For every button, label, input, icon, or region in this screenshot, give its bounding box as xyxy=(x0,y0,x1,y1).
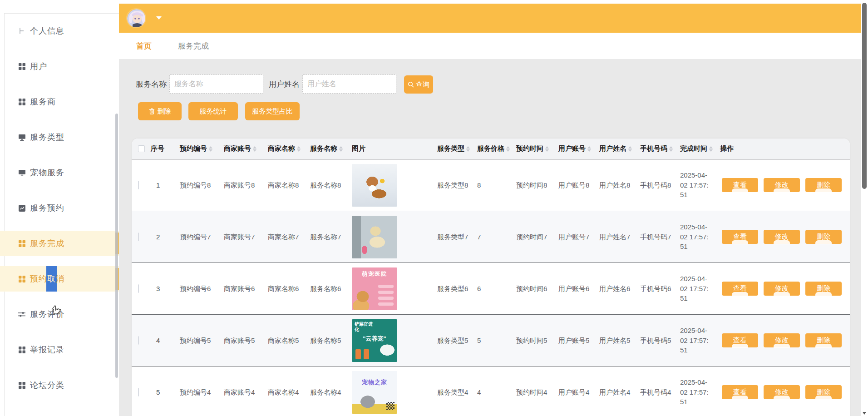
cell-service-type: 服务类型7 xyxy=(434,232,474,242)
cell-finish-time: 2025-04-02 17:57:51 xyxy=(677,377,717,407)
service-name-label: 服务名称 xyxy=(136,79,167,89)
cloud-pet-poster[interactable]: 铲屎官进化"云养宠" xyxy=(352,319,397,362)
view-button[interactable]: 查看 xyxy=(722,230,758,244)
sidebar-item-4[interactable]: 服务类型 xyxy=(0,124,119,150)
sidebar-item-11[interactable]: 论坛分类 xyxy=(0,372,119,398)
filter-row: 服务名称 用户姓名 查询 xyxy=(119,74,861,94)
delete-row-button[interactable]: 删除 xyxy=(805,178,842,192)
scroll-down-arrow-icon[interactable] xyxy=(863,412,866,415)
user-name-input[interactable] xyxy=(302,74,396,94)
sort-caret-icon[interactable] xyxy=(545,146,549,152)
cell-finish-time: 2025-04-02 17:57:51 xyxy=(677,170,717,200)
row-actions: 查看修改删除 xyxy=(720,230,850,244)
row-checkbox[interactable] xyxy=(138,336,139,345)
cell-booking-no: 预约编号7 xyxy=(177,232,221,242)
sort-caret-icon[interactable] xyxy=(709,146,713,152)
sidebar-item-1[interactable]: 个人信息 xyxy=(0,18,119,44)
sidebar-item-12[interactable]: 社交论坛 xyxy=(0,408,119,416)
select-all-checkbox[interactable] xyxy=(138,145,145,152)
column-header-label: 商家名称 xyxy=(268,144,295,153)
sort-caret-icon[interactable] xyxy=(339,146,343,152)
dog-at-vet-photo[interactable] xyxy=(352,216,397,258)
page-scrollbar[interactable] xyxy=(861,0,868,416)
sidebar-item-9[interactable]: 服务评价 xyxy=(0,302,119,327)
cell-index: 2 xyxy=(148,232,177,242)
service-name-input[interactable] xyxy=(169,74,263,94)
pet-hospital-poster[interactable]: 萌宠医院 xyxy=(352,267,397,310)
sidebar-item-3[interactable]: 服务商 xyxy=(0,89,119,114)
cell-booking-no: 预约编号8 xyxy=(177,180,221,190)
sort-caret-icon[interactable] xyxy=(253,146,256,152)
grid-icon xyxy=(18,381,25,389)
delete-row-button[interactable]: 删除 xyxy=(805,230,842,244)
sidebar-item-label: 服务商 xyxy=(30,96,56,107)
edit-button[interactable]: 修改 xyxy=(764,385,800,399)
view-button[interactable]: 查看 xyxy=(722,385,758,399)
cell-user-name: 用户姓名7 xyxy=(597,232,637,242)
sidebar-scrollbar[interactable] xyxy=(115,114,118,378)
sort-caret-icon[interactable] xyxy=(297,146,301,152)
sidebar-item-6[interactable]: 服务预约 xyxy=(0,195,119,221)
view-button[interactable]: 查看 xyxy=(722,178,758,192)
edit-button[interactable]: 修改 xyxy=(764,333,800,347)
table-body: 1 预约编号8 商家账号8 商家名称8 服务名称8 服务类型8 8 预约时间8 … xyxy=(132,159,850,416)
poster-title: "云养宠" xyxy=(352,335,397,343)
cell-booking-no: 预约编号4 xyxy=(177,387,221,397)
sort-caret-icon[interactable] xyxy=(506,146,510,152)
column-header: 用户账号 xyxy=(556,144,597,153)
corgi-in-bathtub-photo[interactable] xyxy=(352,164,397,207)
row-checkbox[interactable] xyxy=(138,233,139,241)
sidebar-item-8[interactable]: 预约取消 xyxy=(0,266,119,292)
sidebar-item-7[interactable]: 服务完成 xyxy=(0,231,119,256)
row-checkbox[interactable] xyxy=(138,388,139,396)
sort-caret-icon[interactable] xyxy=(466,146,470,152)
cell-merchant-name: 商家名称5 xyxy=(265,336,307,346)
sort-caret-icon[interactable] xyxy=(669,146,673,152)
sort-caret-icon[interactable] xyxy=(587,146,591,152)
delete-button[interactable]: 删除 xyxy=(138,102,182,120)
pet-home-poster[interactable]: 宠物之家 xyxy=(352,371,397,414)
breadcrumb-current: 服务完成 xyxy=(178,41,209,51)
view-button[interactable]: 查看 xyxy=(722,333,758,347)
sidebar-item-5[interactable]: 宠物服务 xyxy=(0,160,119,185)
query-button-label: 查询 xyxy=(416,80,429,89)
row-checkbox[interactable] xyxy=(138,181,139,189)
cell-price: 4 xyxy=(474,387,513,397)
page-scrollbar-thumb[interactable] xyxy=(862,3,867,189)
cell-price: 8 xyxy=(474,180,513,190)
delete-row-button[interactable]: 删除 xyxy=(805,333,842,347)
view-button[interactable]: 查看 xyxy=(722,282,758,296)
service-type-ratio-button[interactable]: 服务类型占比 xyxy=(245,102,300,120)
edit-button[interactable]: 修改 xyxy=(764,282,800,296)
sort-caret-icon[interactable] xyxy=(209,146,212,152)
column-header-label: 用户姓名 xyxy=(599,144,626,153)
service-stats-button[interactable]: 服务统计 xyxy=(188,102,238,120)
sidebar-item-label: 服务预约 xyxy=(30,203,64,213)
edit-button[interactable]: 修改 xyxy=(764,178,800,192)
sidebar-item-10[interactable]: 举报记录 xyxy=(0,337,119,362)
delete-row-button[interactable]: 删除 xyxy=(805,385,842,399)
delete-row-button[interactable]: 删除 xyxy=(805,282,842,296)
breadcrumb-home-link[interactable]: 首页 xyxy=(136,41,152,51)
sidebar-item-label: 服务类型 xyxy=(30,132,64,143)
column-header: 完成时间 xyxy=(677,144,717,153)
edit-button[interactable]: 修改 xyxy=(764,230,800,244)
row-checkbox[interactable] xyxy=(138,284,139,293)
breadcrumb: 首页 —— 服务完成 xyxy=(119,33,861,59)
cell-finish-time: 2025-04-02 17:57:51 xyxy=(677,326,717,355)
sort-caret-icon[interactable] xyxy=(628,146,632,152)
cell-service-name: 服务名称8 xyxy=(307,180,349,190)
user-avatar[interactable] xyxy=(126,8,146,28)
table-row: 2 预约编号7 商家账号7 商家名称7 服务名称7 服务类型7 7 预约时间7 … xyxy=(132,211,850,263)
column-header: 预约时间 xyxy=(513,144,556,153)
cell-booking-no: 预约编号6 xyxy=(177,284,221,294)
poster-title: 萌宠医院 xyxy=(352,270,397,278)
column-header-label: 服务名称 xyxy=(310,144,337,153)
caret-down-icon[interactable] xyxy=(156,16,162,20)
column-header: 手机号码 xyxy=(637,144,677,153)
query-button[interactable]: 查询 xyxy=(404,75,433,94)
column-header-label: 商家账号 xyxy=(224,144,251,153)
column-header: 服务价格 xyxy=(474,144,513,153)
column-header-label: 手机号码 xyxy=(640,144,667,153)
sidebar-item-2[interactable]: 用户 xyxy=(0,54,119,79)
